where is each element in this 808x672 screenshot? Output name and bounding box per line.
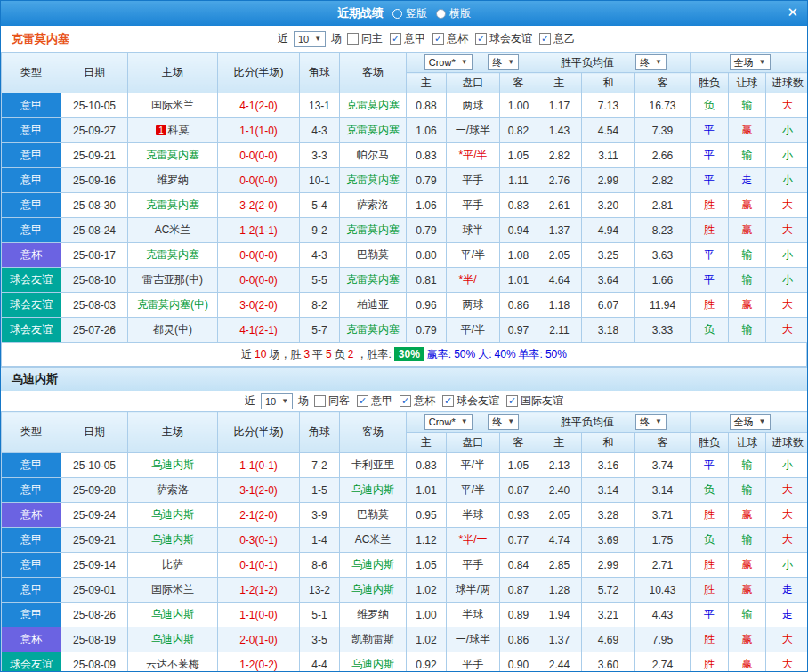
handicap: 平手: [447, 553, 500, 578]
home-team-name: 克雷莫内塞: [146, 149, 199, 161]
layout-vertical-option[interactable]: 竖版: [392, 6, 427, 21]
final-select[interactable]: 终▼: [488, 414, 519, 430]
handicap-result: 赢: [729, 627, 766, 652]
handicap-away-odds: 0.84: [500, 553, 537, 578]
handicap-result: 输: [729, 143, 766, 168]
filter-checkbox-同主[interactable]: 同主: [347, 31, 383, 46]
checkbox-checked-icon[interactable]: ✓: [400, 395, 411, 407]
handicap-result: 输: [729, 478, 766, 503]
home-team: 乌迪内斯: [128, 453, 218, 478]
avg-away-odds: 8.23: [635, 218, 691, 243]
score: 0-0(0-0): [218, 168, 300, 193]
win-draw-loss-result: 平: [691, 453, 729, 478]
checkbox-checked-icon[interactable]: ✓: [357, 395, 368, 407]
checkbox-checked-icon[interactable]: ✓: [390, 33, 401, 45]
win-draw-loss-result: 平: [691, 118, 729, 143]
home-team-name: 雷吉亚那(中): [142, 273, 203, 286]
handicap-result: 赢: [729, 578, 766, 603]
filter-checkbox-球会友谊[interactable]: ✓球会友谊: [442, 393, 499, 409]
home-team-name: 克雷莫内塞: [146, 198, 199, 211]
checkbox-checked-icon[interactable]: ✓: [475, 33, 487, 45]
away-team-name: 克雷莫内塞: [346, 323, 400, 336]
layout-horizontal-option[interactable]: 横版: [436, 6, 471, 21]
goals-result: 大: [766, 318, 808, 343]
summary-part: 负: [335, 347, 345, 362]
summary-part: 赢率:: [427, 347, 451, 362]
handicap: 球半: [447, 218, 500, 243]
home-team-name: AC米兰: [155, 223, 191, 236]
away-team: 克雷莫内塞: [340, 93, 407, 118]
summary-part: 大:: [478, 347, 491, 362]
col-score: 比分(半场): [218, 412, 300, 453]
filter-checkbox-label: 球会友谊: [457, 393, 499, 409]
avg-away-odds: 1.66: [635, 268, 691, 293]
filter-checkbox-意甲[interactable]: ✓意甲: [357, 393, 392, 409]
cremonese-filter-bar: 近 10 ▼ 场 同主✓意甲✓意杯✓球会友谊✓意乙: [278, 31, 575, 47]
filter-checkbox-国际友谊[interactable]: ✓国际友谊: [506, 393, 563, 409]
filter-checkbox-意杯[interactable]: ✓意杯: [400, 393, 435, 409]
match-date: 25-08-17: [61, 243, 128, 268]
win-draw-loss-result: 平: [691, 243, 729, 268]
score: 1-1(0-1): [218, 453, 300, 478]
filter-checkbox-label: 意杯: [447, 31, 468, 46]
checkbox-checked-icon[interactable]: ✓: [506, 395, 518, 407]
match-count-select[interactable]: 10 ▼: [294, 31, 326, 47]
goals-result: 大: [766, 93, 808, 118]
scope-select[interactable]: 全场▼: [730, 54, 771, 70]
checkbox-checked-icon[interactable]: ✓: [539, 33, 551, 45]
chevron-down-icon: ▼: [461, 416, 468, 428]
company-select[interactable]: Crow*▼: [424, 414, 473, 430]
company-select[interactable]: Crow*▼: [424, 54, 473, 70]
avg-away-odds: 16.73: [635, 93, 691, 118]
handicap-home-odds: 1.05: [407, 553, 447, 578]
handicap-result: 赢: [729, 503, 766, 528]
match-count-select[interactable]: 10 ▼: [261, 393, 293, 409]
final-select[interactable]: 终▼: [488, 54, 519, 70]
score: 0-3(0-1): [218, 528, 300, 553]
unit-label: 场: [298, 393, 309, 409]
home-team: 1科莫: [128, 118, 218, 143]
away-team: 克雷莫内塞: [340, 168, 407, 193]
handicap-away-odds: 0.93: [500, 503, 537, 528]
filter-checkbox-同客[interactable]: 同客: [314, 393, 350, 409]
filter-checkbox-球会友谊[interactable]: ✓球会友谊: [475, 31, 532, 46]
final-select-avg[interactable]: 终▼: [635, 54, 667, 70]
win-draw-loss-result: 平: [691, 143, 729, 168]
summary-part: 2: [348, 348, 354, 360]
away-team-name: 柏迪亚: [357, 298, 389, 311]
filter-checkbox-意乙[interactable]: ✓意乙: [539, 31, 575, 46]
filter-checkbox-意杯[interactable]: ✓意杯: [432, 31, 468, 46]
checkbox-checked-icon[interactable]: ✓: [432, 33, 444, 45]
home-team-name: 乌迪内斯: [151, 508, 194, 521]
filter-checkbox-意甲[interactable]: ✓意甲: [390, 31, 425, 46]
scope-select[interactable]: 全场▼: [730, 414, 771, 430]
match-date: 25-09-01: [61, 578, 128, 603]
avg-draw-odds: 6.07: [582, 293, 635, 318]
avg-draw-odds: 3.11: [582, 143, 635, 168]
radio-selected-icon[interactable]: [436, 9, 446, 19]
match-date: 25-09-16: [61, 168, 128, 193]
league-badge: 意甲: [2, 578, 61, 603]
close-icon[interactable]: ✕: [787, 5, 798, 19]
home-team-name: 国际米兰: [151, 99, 194, 111]
avg-draw-odds: 3.14: [582, 478, 635, 503]
final-select-avg[interactable]: 终▼: [635, 414, 667, 430]
home-team: 维罗纳: [128, 168, 218, 193]
checkbox-unchecked-icon[interactable]: [314, 395, 326, 407]
avg-away-odds: 1.75: [635, 528, 691, 553]
league-badge: 球会友谊: [2, 268, 61, 293]
corners: 3-3: [300, 143, 340, 168]
col-type: 类型: [2, 53, 61, 93]
avg-home-odds: 2.05: [537, 503, 582, 528]
radio-unselected-icon[interactable]: [392, 9, 402, 19]
handicap-home-odds: 1.01: [407, 478, 447, 503]
final-select-value: 终: [640, 416, 650, 428]
home-team-name: 科莫: [168, 124, 190, 136]
checkbox-unchecked-icon[interactable]: [347, 33, 359, 45]
home-team-name: 乌迪内斯: [151, 458, 194, 471]
handicap: 半球: [447, 503, 500, 528]
win-draw-loss-result: 胜: [691, 503, 729, 528]
handicap-away-odds: 1.05: [500, 143, 537, 168]
goals-result: 大: [766, 652, 808, 672]
checkbox-checked-icon[interactable]: ✓: [442, 395, 454, 407]
